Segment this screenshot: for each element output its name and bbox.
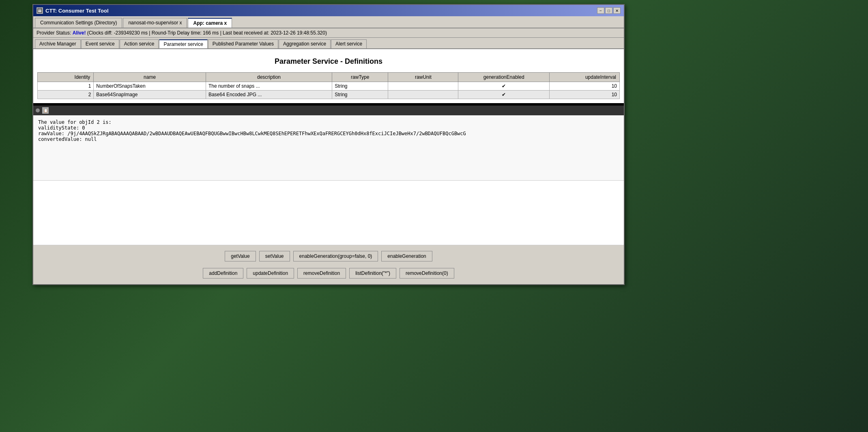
blank-content-area (33, 180, 624, 245)
console-indicator (36, 108, 40, 112)
cell-rawtype-2: String (332, 91, 388, 99)
col-header-generation-enabled: generationEnabled (458, 73, 550, 82)
cell-description-2: Base64 Encoded JPG ... (206, 91, 332, 99)
svg-rect-0 (38, 9, 42, 13)
col-header-description: description (206, 73, 332, 82)
app-tab-bar: Communication Settings (Directory) nanos… (33, 16, 624, 28)
set-value-button[interactable]: setValue (259, 251, 290, 261)
button-panel: getValue setValue enableGeneration(group… (33, 245, 624, 284)
add-definition-button[interactable]: addDefinition (203, 268, 243, 279)
table-row[interactable]: 1 NumberOfSnapsTaken The number of snaps… (38, 82, 620, 91)
service-tab-bar: Archive Manager Event service Action ser… (33, 38, 624, 49)
col-header-update-interval: updateInterval (550, 73, 620, 82)
title-bar: CTT: Consumer Test Tool − □ ✕ (33, 5, 624, 16)
get-value-button[interactable]: getValue (225, 251, 256, 261)
cell-rawtype-1: String (332, 82, 388, 91)
tab-action-service[interactable]: Action service (120, 39, 159, 48)
app-icon (37, 7, 43, 14)
table-row[interactable]: 2 Base64SnapImage Base64 Encoded JPG ...… (38, 91, 620, 99)
cell-update-interval-1: 10 (550, 82, 620, 91)
console-line-1: The value for objId 2 is: (38, 119, 619, 125)
console-content: The value for objId 2 is: validityState:… (33, 115, 624, 180)
list-definition-all-button[interactable]: listDefinition("*") (349, 268, 396, 279)
minimize-button[interactable]: − (597, 7, 604, 14)
tab-archive-manager[interactable]: Archive Manager (35, 39, 81, 48)
console-title-bar: 📋 (33, 106, 624, 115)
enable-generation-button[interactable]: enableGeneration (381, 251, 432, 261)
remove-definition-0-button[interactable]: removeDefinition(0) (400, 268, 454, 279)
tab-alert-service[interactable]: Alert service (331, 39, 367, 48)
cell-description-1: The number of snaps ... (206, 82, 332, 91)
col-header-identity: Identity (38, 73, 94, 82)
cell-name-2: Base64SnapImage (94, 91, 206, 99)
console-app-icon: 📋 (42, 107, 49, 114)
remove-definition-button[interactable]: removeDefinition (297, 268, 346, 279)
close-button[interactable]: ✕ (613, 7, 621, 14)
tab-communication[interactable]: Communication Settings (Directory) (35, 18, 122, 28)
maximize-button[interactable]: □ (605, 7, 612, 14)
console-line-2: validityState: 0 (38, 125, 619, 131)
main-window: CTT: Consumer Test Tool − □ ✕ Communicat… (32, 4, 625, 285)
button-row-2: addDefinition updateDefinition removeDef… (36, 265, 621, 282)
tab-nanosat[interactable]: nanosat-mo-supervisor x (123, 18, 187, 28)
cell-update-interval-2: 10 (550, 91, 620, 99)
button-row-1: getValue setValue enableGeneration(group… (36, 248, 621, 265)
cell-identity-2: 2 (38, 91, 94, 99)
section-title: Parameter Service - Definitions (37, 57, 620, 66)
cell-identity-1: 1 (38, 82, 94, 91)
col-header-rawtype: rawType (332, 73, 388, 82)
provider-status-bar: Provider Status: Alive! (Clocks diff: -2… (33, 28, 624, 38)
cell-gen-enabled-1: ✔ (458, 82, 550, 91)
tab-event-service[interactable]: Event service (81, 39, 119, 48)
cell-gen-enabled-2: ✔ (458, 91, 550, 99)
title-bar-left: CTT: Consumer Test Tool (37, 7, 109, 14)
console-line-4: convertedValue: null (38, 136, 619, 142)
tab-aggregation-service[interactable]: Aggregation service (279, 39, 331, 48)
console-line-3: rawValue: /9j/4AAQSkZJRgABAQAAAQABAAD/2w… (38, 131, 619, 136)
cell-rawunit-1 (388, 82, 458, 91)
col-header-name: name (94, 73, 206, 82)
col-header-rawunit: rawUnit (388, 73, 458, 82)
alive-status: Alive! (73, 30, 86, 36)
main-content: Parameter Service - Definitions Identity… (33, 49, 624, 103)
enable-generation-group-button[interactable]: enableGeneration(group=false, 0) (293, 251, 378, 261)
tab-parameter-service[interactable]: Parameter service (159, 39, 207, 48)
parameter-definitions-table: Identity name description rawType rawUni… (37, 72, 620, 99)
update-definition-button[interactable]: updateDefinition (247, 268, 294, 279)
window-controls: − □ ✕ (597, 7, 621, 14)
tab-published-parameter-values[interactable]: Published Parameter Values (208, 39, 278, 48)
cell-name-1: NumberOfSnapsTaken (94, 82, 206, 91)
cell-rawunit-2 (388, 91, 458, 99)
tab-camera[interactable]: App: camera x (188, 18, 232, 28)
window-title: CTT: Consumer Test Tool (45, 8, 109, 14)
